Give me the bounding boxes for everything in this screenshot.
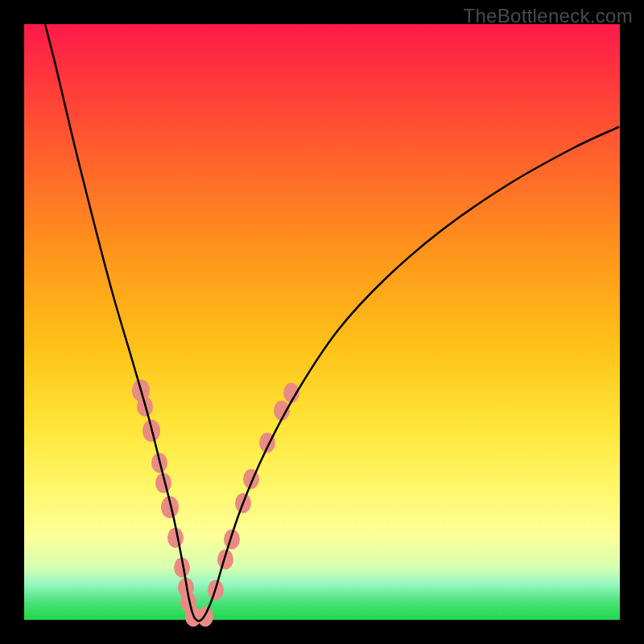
watermark-text: TheBottleneck.com: [463, 5, 633, 27]
v-curve-path: [45, 24, 618, 621]
marker-bead: [197, 607, 213, 627]
chart-svg: [24, 24, 620, 620]
plot-area: [24, 24, 620, 620]
chart-frame: TheBottleneck.com: [0, 0, 644, 644]
